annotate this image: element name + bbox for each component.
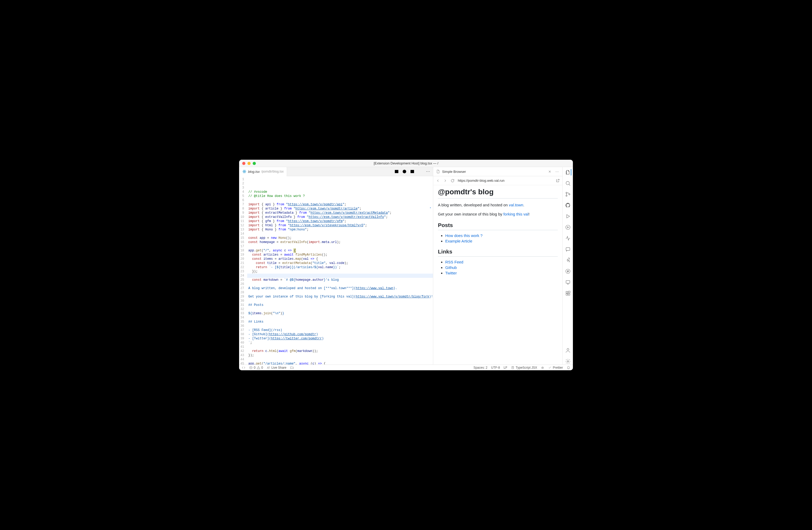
code-line[interactable]: const app = new Hono(); (247, 236, 433, 240)
code-line[interactable]: const markdown = `# @${homepage.author}'… (247, 278, 433, 282)
code-line[interactable]: app.get("/articles/:name", async (c) => … (247, 362, 433, 364)
language-indicator[interactable]: TypeScript JSX (511, 366, 537, 369)
bolt-circle-icon[interactable] (565, 268, 571, 275)
remote-desktop-icon[interactable] (565, 279, 571, 285)
code-line[interactable] (247, 307, 433, 311)
code-line[interactable]: import { html } from "https://esm.town/v… (247, 223, 433, 227)
code-line[interactable]: import { extractValInfo } from "https://… (247, 215, 433, 219)
code-line[interactable]: - [RSS Feed](/rss) (247, 328, 433, 332)
extensions-icon[interactable] (565, 290, 571, 296)
activity-bar (563, 167, 573, 364)
code-line[interactable] (247, 282, 433, 286)
valtown-link[interactable]: val.town (509, 203, 523, 207)
tab-path: /pomdtr/blog.tsx (261, 170, 284, 173)
close-browser-tab-icon[interactable]: ✕ (547, 170, 552, 173)
code-line[interactable]: import { Hono } from "npm:hono"; (247, 227, 433, 232)
more-actions-icon[interactable] (426, 169, 430, 174)
folder-indicator[interactable] (290, 366, 294, 369)
code-line[interactable]: import { api } from "https://esm.town/v/… (247, 203, 433, 207)
code-line[interactable]: Get your own instance of this blog by [f… (247, 295, 433, 299)
eol-indicator[interactable]: LF (504, 366, 507, 369)
code-line[interactable]: import { gfm } from "https://esm.town/v/… (247, 219, 433, 223)
back-icon[interactable] (436, 179, 440, 183)
code-line[interactable]: return `- [${title}](/articles/${val.nam… (247, 265, 433, 269)
editor-tab-blog[interactable]: blog.tsx /pomdtr/blog.tsx (239, 167, 287, 176)
reload-icon[interactable] (450, 179, 455, 183)
browser-tab[interactable]: Simple Browser ✕ ⋯ (433, 167, 563, 176)
code-line[interactable]: - [Twitter](https://twitter.com/pomdtrr) (247, 336, 433, 341)
close-window-button[interactable] (242, 162, 245, 165)
code-line[interactable] (247, 232, 433, 236)
rendered-page[interactable]: @pomdtr's blog A blog written, developed… (433, 185, 563, 364)
run-circle-icon[interactable] (565, 224, 571, 231)
chat-icon[interactable] (565, 246, 571, 252)
share-icon[interactable] (565, 257, 571, 263)
code-line[interactable]: import { article } from "https://esm.tow… (247, 207, 433, 211)
code-line[interactable]: app.get("/", async c => { (247, 249, 433, 253)
code-line[interactable]: ## Posts (247, 303, 433, 307)
code-line[interactable] (247, 358, 433, 362)
encoding-indicator[interactable]: UTF-8 (491, 366, 500, 369)
copilot-indicator[interactable] (541, 366, 545, 369)
maximize-window-button[interactable] (253, 162, 256, 165)
code-editor[interactable]: 1234567891011121314151617181920212223242… (239, 176, 433, 364)
external-link[interactable]: RSS Feed (445, 260, 463, 264)
globe-icon[interactable] (402, 169, 407, 174)
code-area[interactable]: ▸ // #vscode// @title How does this work… (247, 176, 433, 364)
url-text[interactable]: https://pomdtr-blog.web.val.run (458, 179, 552, 182)
post-link[interactable]: How does this work ? (445, 233, 483, 238)
code-line[interactable]: return c.html(await gfm(markdown)); (247, 349, 433, 353)
fork-link[interactable]: forking this val (503, 212, 528, 216)
spaces-indicator[interactable]: Spaces: 2 (474, 366, 487, 369)
pulse-icon[interactable] (565, 235, 571, 241)
account-icon[interactable] (565, 347, 571, 353)
code-line[interactable]: }); (247, 353, 433, 358)
problems-indicator[interactable]: 0 0 (249, 366, 263, 369)
code-line[interactable]: ## Links (247, 320, 433, 324)
prettier-indicator[interactable]: Prettier (548, 366, 563, 369)
browser-more-icon[interactable]: ⋯ (554, 170, 560, 173)
code-line[interactable]: const items = articles.map(val => { (247, 257, 433, 261)
code-line[interactable] (247, 244, 433, 249)
open-external-icon[interactable] (556, 179, 560, 183)
code-line[interactable]: A blog written, developed and hosted on … (247, 286, 433, 290)
source-control-icon[interactable] (565, 191, 571, 197)
code-line[interactable]: const title = extractMetadata("title", v… (247, 261, 433, 265)
settings-gear-icon[interactable] (565, 358, 571, 364)
split-editor-icon[interactable] (394, 169, 399, 174)
external-link[interactable]: Github (445, 265, 457, 270)
code-line[interactable] (247, 299, 433, 303)
title-bar[interactable]: [Extension Development Host] blog.tsx — … (239, 160, 573, 167)
code-line[interactable]: }); (247, 269, 433, 274)
code-line[interactable] (247, 316, 433, 320)
svg-rect-25 (568, 294, 569, 295)
remote-indicator[interactable] (242, 366, 245, 369)
code-line[interactable]: import { extractMetadata } from "https:/… (247, 211, 433, 215)
code-line[interactable]: // #vscode (247, 190, 433, 194)
code-line[interactable]: const homepage = extractValInfo(import.m… (247, 240, 433, 244)
code-line[interactable] (247, 324, 433, 328)
search-sidebar-icon[interactable] (565, 180, 571, 186)
code-line[interactable]: `; (247, 341, 433, 345)
code-line[interactable] (247, 290, 433, 295)
github-icon[interactable] (565, 202, 571, 208)
code-line[interactable] (247, 345, 433, 349)
explorer-icon[interactable] (565, 169, 571, 176)
code-line[interactable] (247, 198, 433, 203)
code-line[interactable] (247, 274, 433, 278)
split-right-icon[interactable] (410, 169, 415, 174)
code-line[interactable]: - [Github](https://github.com/pomdtr) (247, 332, 433, 336)
notifications-icon[interactable] (567, 366, 570, 369)
minimize-window-button[interactable] (247, 162, 251, 165)
svg-point-35 (269, 367, 270, 367)
external-link[interactable]: Twitter (445, 271, 457, 275)
svg-rect-4 (395, 170, 398, 173)
code-line[interactable]: ${items.join("\n")} (247, 311, 433, 316)
forward-icon[interactable] (443, 179, 447, 183)
code-line[interactable]: const articles = await findMyArticles(); (247, 253, 433, 257)
post-link[interactable]: Example Article (445, 239, 472, 243)
code-line[interactable]: // @title How does this work ? (247, 194, 433, 198)
close-tab-icon[interactable] (418, 169, 422, 174)
run-debug-icon[interactable] (565, 213, 571, 220)
live-share-indicator[interactable]: Live Share (266, 366, 286, 369)
